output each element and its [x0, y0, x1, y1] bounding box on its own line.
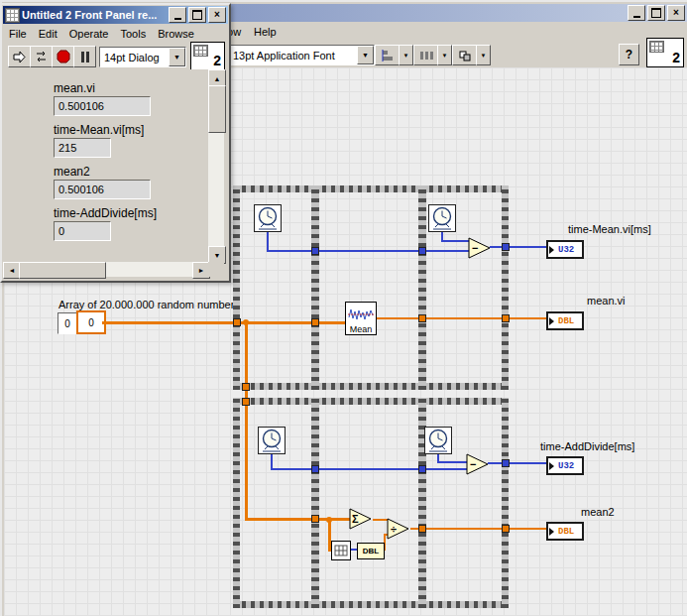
- clock-icon: [254, 204, 282, 232]
- vertical-scrollbar[interactable]: ▲ ▼: [208, 69, 224, 262]
- sequence1-separator-1[interactable]: [311, 185, 319, 390]
- tunnel: [311, 247, 319, 255]
- font-selector-value: 14pt Dialog: [104, 52, 160, 63]
- maximize-button[interactable]: [647, 5, 665, 21]
- sequence2-border-right[interactable]: [502, 398, 509, 608]
- indicator-arrow-icon: [549, 317, 558, 325]
- indicator-terminal-dbl[interactable]: DBL: [546, 522, 584, 541]
- window-icon: [5, 8, 20, 23]
- tick-count-node[interactable]: [428, 204, 456, 236]
- align-objects-button[interactable]: [375, 45, 401, 65]
- sequence2-border-top[interactable]: [233, 398, 509, 405]
- wire: [267, 250, 470, 252]
- sequence2-separator-1[interactable]: [311, 398, 319, 608]
- tunnel: [242, 398, 250, 406]
- terminal-type: DBL: [558, 316, 574, 326]
- distribute-objects-dropdown[interactable]: ▼: [437, 45, 452, 65]
- indicator-label: time-Mean.vi[ms]: [568, 223, 651, 235]
- run-continuous-icon: [34, 50, 49, 63]
- fp-title: Untitled 2 Front Panel re...: [22, 9, 167, 21]
- menu-item-help[interactable]: Help: [248, 24, 283, 40]
- chevron-down-icon[interactable]: ▼: [357, 46, 374, 64]
- sequence1-border-top[interactable]: [233, 185, 509, 192]
- clock-icon: [258, 427, 286, 454]
- control-value: 0.500106: [54, 180, 151, 199]
- wire: [377, 317, 546, 319]
- sequence1-border-right[interactable]: [502, 185, 509, 390]
- add-array-elements-node[interactable]: Σ: [349, 507, 373, 535]
- control-label: time-AddDivide[ms]: [54, 206, 157, 220]
- tick-count-node[interactable]: [424, 427, 452, 458]
- subtract-node[interactable]: −: [466, 452, 490, 480]
- sequence1-border-left[interactable]: [233, 185, 240, 390]
- indicator-terminal-dbl[interactable]: DBL: [546, 311, 584, 330]
- control-value: 0.500106: [54, 96, 151, 116]
- vi-icon-badge[interactable]: 2: [190, 42, 225, 70]
- sequence1-separator-2[interactable]: [418, 185, 426, 390]
- to-double-node[interactable]: DBL: [357, 543, 385, 559]
- tick-count-node[interactable]: [254, 204, 282, 236]
- screen: × Window Help 13pt Application Font ▼ ▼ …: [0, 0, 687, 616]
- close-button[interactable]: ×: [667, 5, 685, 21]
- wire: [102, 321, 345, 324]
- help-button[interactable]: ?: [619, 44, 639, 65]
- fp-titlebar[interactable]: Untitled 2 Front Panel re... ×: [3, 6, 228, 24]
- pause-button[interactable]: [73, 46, 96, 67]
- vi-icon-badge[interactable]: 2: [646, 38, 684, 67]
- svg-text:−: −: [470, 458, 476, 470]
- close-button[interactable]: ×: [208, 7, 226, 23]
- tunnel: [418, 314, 426, 322]
- subtract-icon: −: [468, 236, 492, 260]
- tunnel: [502, 243, 510, 251]
- chevron-down-icon[interactable]: ▼: [169, 48, 185, 66]
- subtract-node[interactable]: −: [468, 236, 492, 264]
- wire: [245, 321, 248, 521]
- abort-icon: [57, 50, 70, 63]
- menu-item-file[interactable]: File: [3, 26, 33, 42]
- font-selector[interactable]: 13pt Application Font ▼: [228, 45, 375, 65]
- minimize-icon: [633, 16, 640, 18]
- sequence2-border-bottom[interactable]: [233, 601, 509, 608]
- clock-icon: [424, 427, 452, 454]
- mean-vi-node[interactable]: Mean: [345, 302, 377, 339]
- run-continuous-button[interactable]: [30, 46, 53, 67]
- vi-icon-number: 2: [672, 50, 680, 65]
- tunnel: [242, 383, 250, 391]
- divide-icon: ÷: [387, 517, 410, 541]
- fp-menubar: File Edit Operate Tools Browse: [3, 24, 224, 43]
- minimize-button[interactable]: [169, 7, 186, 23]
- minimize-button[interactable]: [628, 5, 645, 21]
- align-objects-dropdown[interactable]: ▼: [399, 45, 413, 65]
- tick-count-node[interactable]: [258, 427, 286, 458]
- reorder-dropdown[interactable]: ▼: [476, 45, 491, 65]
- control-label: time-Mean.vi[ms]: [54, 123, 144, 137]
- svg-text:Mean: Mean: [350, 324, 373, 334]
- indicator-terminal-u32[interactable]: U32: [546, 240, 584, 259]
- minimize-icon: [174, 18, 181, 20]
- maximize-button[interactable]: [188, 7, 206, 23]
- reorder-button[interactable]: [452, 45, 478, 65]
- horizontal-scroll-thumb[interactable]: [19, 262, 106, 279]
- font-selector[interactable]: 14pt Dialog ▼: [99, 47, 186, 67]
- tunnel: [311, 318, 319, 326]
- wire: [437, 461, 468, 463]
- menu-item-browse[interactable]: Browse: [152, 26, 200, 42]
- abort-button[interactable]: [52, 46, 74, 67]
- run-button[interactable]: [8, 46, 31, 67]
- horizontal-scrollbar[interactable]: ◄ ►: [3, 262, 208, 277]
- align-objects-icon: [381, 50, 395, 62]
- menu-item-operate[interactable]: Operate: [63, 26, 115, 42]
- sequence2-border-left[interactable]: [233, 398, 240, 608]
- control-label: mean.vi: [54, 81, 95, 95]
- menu-item-edit[interactable]: Edit: [33, 26, 63, 42]
- menu-item-tools[interactable]: Tools: [114, 26, 152, 42]
- distribute-objects-button[interactable]: [413, 45, 439, 65]
- array-index-display[interactable]: 0: [57, 312, 77, 334]
- array-size-node[interactable]: [331, 541, 351, 564]
- wire: [490, 246, 546, 248]
- wire: [488, 462, 546, 464]
- sequence1-border-bottom[interactable]: [233, 383, 509, 390]
- divide-node[interactable]: ÷: [387, 517, 410, 545]
- indicator-terminal-u32[interactable]: U32: [546, 456, 584, 475]
- vertical-scroll-thumb[interactable]: [208, 85, 226, 133]
